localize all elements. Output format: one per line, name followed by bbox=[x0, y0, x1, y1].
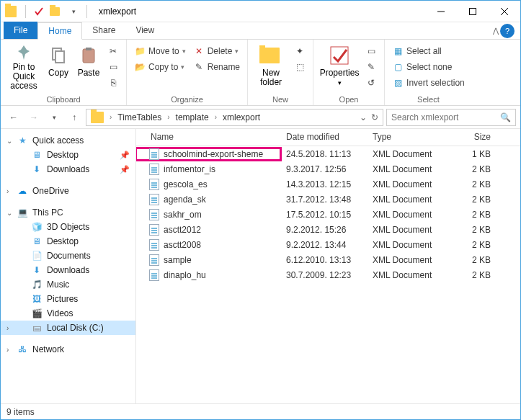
separator bbox=[86, 5, 87, 18]
nav-back-button[interactable]: ← bbox=[5, 109, 22, 126]
nav-documents[interactable]: 📄Documents bbox=[1, 249, 135, 263]
refresh-button[interactable]: ↻ bbox=[371, 112, 378, 122]
breadcrumb-item[interactable]: xmlexport bbox=[220, 110, 263, 125]
xml-file-icon bbox=[149, 194, 159, 205]
file-date-cell: 9.2.2012. 15:26 bbox=[280, 225, 367, 235]
tab-share[interactable]: Share bbox=[82, 22, 125, 39]
select-none-button[interactable]: ▢Select none bbox=[389, 60, 468, 74]
file-row[interactable]: asctt20089.2.2012. 13:44XML Document2 KB bbox=[136, 237, 520, 252]
file-row[interactable]: infomentor_is9.3.2017. 12:56XML Document… bbox=[136, 161, 520, 177]
copy-to-button[interactable]: 📂Copy to ▾ bbox=[131, 60, 189, 74]
cut-button[interactable]: ✂ bbox=[104, 44, 122, 58]
qat-customize-button[interactable]: ▾ bbox=[66, 4, 81, 19]
help-button[interactable]: ? bbox=[500, 24, 515, 38]
tab-home[interactable]: Home bbox=[37, 22, 82, 40]
easy-access-button[interactable]: ⬚ bbox=[291, 60, 308, 74]
qat-newfolder-button[interactable] bbox=[49, 4, 63, 19]
nav-pictures[interactable]: 🖼Pictures bbox=[1, 292, 135, 306]
col-name[interactable]: Name bbox=[136, 129, 280, 146]
file-row[interactable]: sample6.12.2010. 13:13XML Document2 KB bbox=[136, 252, 520, 267]
pin-quick-access-button[interactable]: Pin to Quick access bbox=[5, 43, 43, 90]
rename-icon: ✎ bbox=[193, 61, 205, 73]
copy-path-button[interactable]: ▭ bbox=[104, 60, 122, 74]
search-input[interactable]: Search xmlexport 🔍 bbox=[386, 109, 516, 126]
explorer-icon bbox=[5, 4, 19, 19]
nav-recent-button[interactable]: ▾ bbox=[45, 109, 63, 126]
properties-button[interactable]: Properties ▾ bbox=[318, 43, 361, 90]
col-date[interactable]: Date modified bbox=[280, 129, 367, 146]
nav-videos[interactable]: 🎬Videos bbox=[1, 306, 135, 321]
search-icon: 🔍 bbox=[500, 112, 511, 122]
file-row[interactable]: asctt20129.2.2012. 15:26XML Document2 KB bbox=[136, 222, 520, 237]
new-folder-button[interactable]: New folder bbox=[252, 43, 290, 90]
delete-button[interactable]: ✕Delete ▾ bbox=[190, 44, 243, 58]
col-size[interactable]: Size bbox=[446, 129, 496, 146]
chevron-right-icon[interactable]: › bbox=[107, 113, 115, 121]
edit-button[interactable]: ✎ bbox=[362, 60, 380, 74]
ribbon-group-open: Properties ▾ ▭ ✎ ↺ Open bbox=[313, 40, 385, 105]
nav-this-pc[interactable]: ⌄💻This PC bbox=[1, 205, 135, 220]
ribbon-tabs: File Home Share View ⋀ ? bbox=[1, 22, 520, 40]
status-bar: 9 items bbox=[1, 403, 520, 419]
ribbon-collapse-button[interactable]: ⋀ bbox=[493, 27, 499, 35]
tab-file[interactable]: File bbox=[4, 22, 37, 39]
file-name: agenda_sk bbox=[164, 195, 206, 205]
file-row[interactable]: sakhr_om17.5.2012. 10:15XML Document2 KB bbox=[136, 207, 520, 222]
ribbon: Pin to Quick access Copy Paste ✂ ▭ ⎘ Cli… bbox=[1, 40, 520, 106]
file-type-cell: XML Document bbox=[367, 210, 446, 220]
new-folder-icon bbox=[259, 44, 282, 67]
col-type[interactable]: Type bbox=[367, 129, 446, 146]
caret-down-icon[interactable]: ⌄ bbox=[6, 137, 12, 145]
invert-selection-button[interactable]: ▨Invert selection bbox=[389, 76, 468, 90]
nav-forward-button[interactable]: → bbox=[25, 109, 43, 126]
nav-up-button[interactable]: ↑ bbox=[66, 109, 83, 126]
nav-downloads[interactable]: ⬇Downloads📌 bbox=[1, 162, 135, 177]
pin-icon: 📌 bbox=[120, 165, 130, 174]
titlebar: ▾ xmlexport bbox=[1, 1, 520, 22]
select-all-icon: ▦ bbox=[392, 45, 404, 57]
rename-button[interactable]: ✎Rename bbox=[190, 60, 243, 74]
file-row[interactable]: gescola_es14.3.2013. 12:15XML Document2 … bbox=[136, 177, 520, 192]
cloud-icon: ☁ bbox=[17, 185, 28, 197]
chevron-right-icon[interactable]: › bbox=[212, 113, 220, 121]
file-row[interactable]: dinaplo_hu30.7.2009. 12:23XML Document2 … bbox=[136, 267, 520, 282]
nav-desktop[interactable]: 🖥Desktop📌 bbox=[1, 148, 135, 162]
svg-rect-7 bbox=[86, 48, 92, 50]
file-size-cell: 2 KB bbox=[446, 270, 496, 280]
paste-shortcut-button[interactable]: ⎘ bbox=[104, 76, 122, 90]
breadcrumb-item[interactable]: template bbox=[173, 110, 212, 125]
chevron-right-icon[interactable]: › bbox=[164, 113, 172, 121]
copy-button[interactable]: Copy bbox=[44, 43, 73, 90]
open-button[interactable]: ▭ bbox=[362, 44, 380, 58]
dropdown-icon[interactable]: ⌄ bbox=[360, 112, 367, 122]
file-row[interactable]: agenda_sk31.7.2012. 13:48XML Document2 K… bbox=[136, 192, 520, 207]
nav-desktop2[interactable]: 🖥Desktop bbox=[1, 234, 135, 249]
caret-right-icon[interactable]: › bbox=[6, 346, 9, 354]
history-button[interactable]: ↺ bbox=[362, 76, 380, 90]
move-to-button[interactable]: 📁Move to ▾ bbox=[131, 44, 189, 58]
new-item-button[interactable]: ✦ bbox=[291, 44, 308, 58]
nav-3d-objects[interactable]: 🧊3D Objects bbox=[1, 220, 135, 234]
nav-quick-access[interactable]: ⌄★Quick access bbox=[1, 133, 135, 148]
select-all-button[interactable]: ▦Select all bbox=[389, 44, 468, 58]
caret-right-icon[interactable]: › bbox=[6, 324, 9, 332]
address-bar[interactable]: › TimeTables › template › xmlexport ⌄ ↻ bbox=[86, 109, 383, 126]
caret-right-icon[interactable]: › bbox=[6, 187, 9, 195]
nav-onedrive[interactable]: ›☁OneDrive bbox=[1, 184, 135, 198]
qat-properties-button[interactable] bbox=[32, 4, 46, 19]
breadcrumb-item[interactable]: TimeTables bbox=[115, 110, 164, 125]
nav-downloads2[interactable]: ⬇Downloads bbox=[1, 263, 135, 277]
file-date-cell: 24.5.2018. 11:13 bbox=[280, 149, 367, 159]
nav-local-disk-c[interactable]: ›🖴Local Disk (C:) bbox=[1, 321, 135, 335]
file-row[interactable]: schoolmind-export-sheme24.5.2018. 11:13X… bbox=[136, 146, 520, 161]
tab-view[interactable]: View bbox=[125, 22, 164, 39]
ribbon-group-organize: 📁Move to ▾ 📂Copy to ▾ ✕Delete ▾ ✎Rename … bbox=[127, 40, 248, 105]
caret-down-icon[interactable]: ⌄ bbox=[6, 209, 12, 217]
nav-network[interactable]: ›🖧Network bbox=[1, 342, 135, 357]
new-small-buttons: ✦ ⬚ bbox=[291, 43, 308, 74]
nav-music[interactable]: 🎵Music bbox=[1, 277, 135, 292]
close-button[interactable] bbox=[489, 1, 520, 22]
minimize-button[interactable] bbox=[425, 1, 457, 22]
paste-button[interactable]: Paste bbox=[74, 43, 103, 90]
maximize-button[interactable] bbox=[457, 1, 489, 22]
